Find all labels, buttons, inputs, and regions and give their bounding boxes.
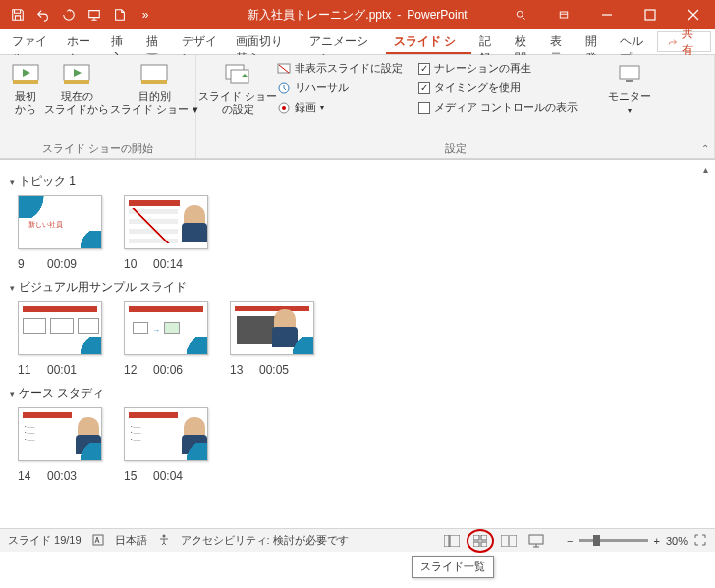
tooltip: スライド一覧 [412, 556, 494, 578]
section-title: ケース スタディ [19, 385, 104, 401]
zoom-out-button[interactable]: − [567, 535, 573, 547]
record-button[interactable]: 録画 ▾ [277, 98, 403, 117]
tab-design[interactable]: デザイン [174, 29, 229, 54]
tab-developer[interactable]: 開発 [578, 29, 613, 54]
view-buttons [439, 529, 549, 553]
svg-rect-26 [529, 535, 543, 544]
reading-view-button[interactable] [496, 531, 522, 551]
slideshow-view-button[interactable] [523, 531, 549, 551]
slide-thumb[interactable]: • ――• ――• ―― 1500:04 [124, 407, 208, 483]
rehearse-icon [277, 81, 291, 95]
tab-insert[interactable]: 挿入 [103, 29, 138, 54]
tab-record[interactable]: 記録 [471, 29, 507, 54]
section-header[interactable]: ケース スタディ [10, 385, 705, 401]
from-beginning-button[interactable]: 最初から [6, 59, 45, 118]
show-media-label: メディア コントロールの表示 [434, 100, 578, 115]
slide-number: 9 [18, 257, 37, 271]
tab-draw[interactable]: 描画 [138, 29, 174, 54]
section-title: ビジュアル用サンプル スライド [19, 279, 187, 295]
svg-rect-21 [473, 535, 479, 540]
svg-rect-19 [444, 535, 449, 547]
zoom-percent[interactable]: 30% [666, 535, 688, 547]
play-narrations-checkbox[interactable]: ナレーションの再生 [418, 59, 578, 78]
custom-show-button[interactable]: 目的別 スライド ショー ▾ [116, 59, 192, 118]
svg-rect-2 [645, 10, 655, 20]
slide-time: 00:05 [259, 363, 289, 377]
slide-number: 11 [18, 363, 37, 377]
tab-help[interactable]: ヘルプ [612, 29, 657, 54]
show-media-checkbox[interactable]: メディア コントロールの表示 [418, 98, 578, 117]
ribbon-tabs: ファイル ホーム 挿入 描画 デザイン 画面切り替え アニメーション スライド … [0, 29, 715, 55]
redo-icon[interactable] [57, 3, 81, 27]
svg-rect-7 [141, 65, 167, 80]
zoom-in-button[interactable]: + [654, 535, 660, 547]
tab-view[interactable]: 表示 [542, 29, 578, 54]
collapse-ribbon-icon[interactable]: ⌃ [701, 143, 709, 154]
slide-thumb[interactable]: • ――• ――• ―― 1400:03 [18, 407, 102, 483]
slide-thumb[interactable]: 新しい社員 900:09 [18, 195, 102, 271]
tab-slideshow[interactable]: スライド ショー [386, 29, 472, 54]
tab-review[interactable]: 校閲 [507, 29, 542, 54]
tab-file[interactable]: ファイル [4, 29, 59, 54]
slide-sorter[interactable]: ▴ トピック 1 新しい社員 900:09 1000:14 ビジュアル用サンプル… [0, 159, 715, 528]
svg-rect-23 [473, 542, 479, 547]
slide-thumb[interactable]: 1100:01 [18, 301, 102, 377]
use-timings-checkbox[interactable]: タイミングを使用 [418, 79, 578, 97]
slide-thumb[interactable]: 1000:14 [124, 195, 208, 271]
window-title: 新入社員トレーニング.pptx - PowerPoint [248, 7, 467, 24]
slide-sorter-view-button[interactable] [467, 529, 494, 553]
save-icon[interactable] [6, 3, 29, 27]
custom-show-label: 目的別 スライド ショー ▾ [110, 90, 197, 116]
share-button[interactable]: 共有 [657, 31, 711, 52]
search-icon[interactable] [499, 0, 542, 29]
checkbox-icon [418, 63, 430, 75]
undo-icon[interactable] [31, 3, 55, 27]
slide-thumb[interactable]: → 1200:06 [124, 301, 208, 377]
tab-animations[interactable]: アニメーション [302, 29, 385, 54]
chevron-down-icon: ▾ [628, 106, 632, 115]
svg-rect-8 [141, 80, 167, 84]
spellcheck-icon[interactable] [91, 533, 105, 549]
minimize-icon[interactable] [585, 0, 629, 29]
section-header[interactable]: トピック 1 [10, 173, 705, 189]
checkbox-icon [418, 82, 430, 94]
rehearse-button[interactable]: リハーサル [277, 79, 403, 97]
from-current-button[interactable]: 現在の スライドから [49, 59, 104, 118]
close-icon[interactable] [672, 0, 715, 29]
setup-show-button[interactable]: スライド ショー の設定 [202, 59, 273, 118]
accessibility-icon[interactable] [157, 533, 171, 549]
fit-to-window-icon[interactable] [693, 533, 707, 549]
normal-view-button[interactable] [439, 531, 465, 551]
accessibility-label[interactable]: アクセシビリティ: 検討が必要です [181, 533, 349, 548]
tab-transitions[interactable]: 画面切り替え [228, 29, 302, 54]
maximize-icon[interactable] [629, 0, 672, 29]
slide-number: 12 [124, 363, 143, 377]
statusbar: スライド 19/19 日本語 アクセシビリティ: 検討が必要です − + 30% [0, 528, 715, 552]
from-current-label: 現在の スライドから [44, 90, 109, 116]
svg-rect-24 [481, 542, 487, 547]
group-start-label: スライド ショーの開始 [6, 139, 190, 156]
group-setup-label: 設定 [202, 139, 708, 156]
svg-rect-6 [64, 80, 89, 84]
slide-counter[interactable]: スライド 19/19 [8, 533, 82, 548]
language-label[interactable]: 日本語 [115, 533, 147, 548]
record-label: 録画 [295, 100, 316, 115]
monitor-button[interactable]: モニター▾ [602, 59, 657, 118]
filename-label: 新入社員トレーニング.pptx [248, 7, 391, 24]
svg-rect-1 [560, 12, 568, 18]
slide-thumb[interactable]: 1300:05 [230, 301, 314, 377]
new-file-icon[interactable] [108, 3, 132, 27]
monitor-icon [614, 61, 645, 88]
zoom-slider[interactable] [579, 539, 648, 542]
present-from-start-icon[interactable] [82, 3, 106, 27]
section-header[interactable]: ビジュアル用サンプル スライド [10, 279, 705, 295]
play-start-icon [10, 61, 41, 88]
titlebar: » 新入社員トレーニング.pptx - PowerPoint [0, 0, 715, 29]
svg-rect-15 [620, 66, 639, 79]
tab-home[interactable]: ホーム [59, 29, 104, 54]
hide-slide-button[interactable]: 非表示スライドに設定 [277, 59, 403, 78]
ribbon-mode-icon[interactable] [542, 0, 585, 29]
ribbon: 最初から 現在の スライドから 目的別 スライド ショー ▾ スライド ショーの… [0, 55, 715, 159]
scroll-up-icon[interactable]: ▴ [697, 161, 713, 177]
qat-more-icon[interactable]: » [134, 3, 157, 27]
